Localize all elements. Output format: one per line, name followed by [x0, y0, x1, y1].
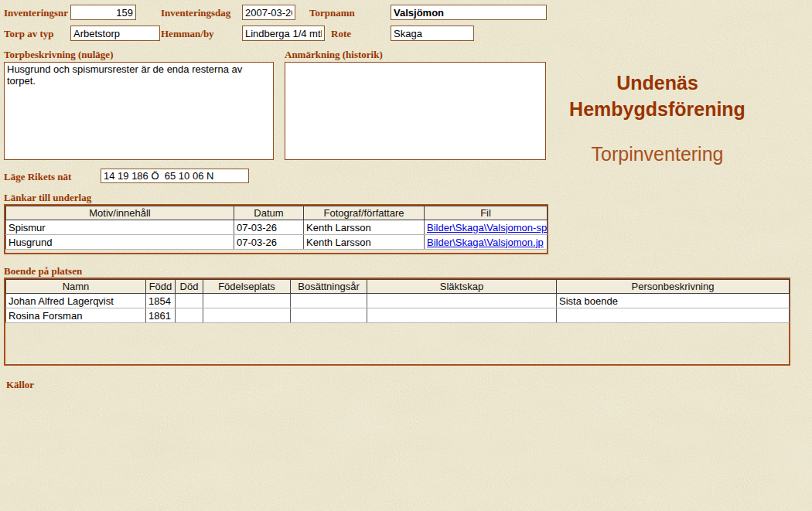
resident-fodelseplats-cell	[203, 294, 291, 308]
inventeringsdag-label: Inventeringsdag	[161, 7, 230, 19]
resident-dod-cell	[176, 308, 203, 323]
hemman-by-label: Hemman/by	[161, 28, 214, 40]
inventeringsdag-input[interactable]	[242, 5, 295, 20]
residents-header-personbeskrivning: Personbeskrivning	[557, 280, 790, 294]
resident-slaktskap-cell	[367, 308, 557, 323]
link-fil-cell: Bilder\Skaga\Valsjomon-sp	[425, 220, 548, 235]
residents-table-row: Rosina Forsman 1861	[6, 308, 790, 323]
residents-header-dod: Död	[176, 280, 203, 294]
link-datum-cell: 07-03-26	[234, 220, 304, 235]
resident-namn-cell: Johan Alfred Lagerqvist	[6, 294, 146, 308]
hemman-by-input[interactable]	[242, 26, 325, 41]
resident-personbeskrivning-cell: Sista boende	[557, 294, 790, 308]
links-header-motiv: Motiv/innehåll	[6, 206, 234, 220]
resident-fodelseplats-cell	[203, 308, 291, 323]
resident-slaktskap-cell	[367, 294, 557, 308]
lage-rikets-nat-input[interactable]	[101, 169, 249, 183]
rote-input[interactable]	[391, 26, 474, 41]
link-datum-cell: 07-03-26	[234, 235, 304, 250]
org-title: Undenäs Hembygdsförening	[535, 70, 780, 122]
resident-namn-cell: Rosina Forsman	[6, 308, 146, 323]
links-table-row: Husgrund 07-03-26 Kenth Larsson Bilder\S…	[6, 235, 548, 250]
residents-table: Namn Född Död Födelseplats Bosättningsår…	[5, 279, 790, 323]
link-fotograf-cell: Kenth Larsson	[304, 235, 425, 250]
links-section-label: Länkar till underlag	[4, 192, 91, 204]
residents-header-row: Namn Född Död Födelseplats Bosättningsår…	[6, 280, 790, 294]
link-fotograf-cell: Kenth Larsson	[304, 220, 425, 235]
anmarkning-textarea[interactable]	[285, 62, 546, 160]
rote-label: Rote	[331, 28, 351, 40]
inventeringsnr-input[interactable]	[70, 5, 136, 20]
resident-fodd-cell: 1861	[146, 308, 176, 323]
torpnamn-label: Torpnamn	[309, 7, 355, 19]
residents-section-label: Boende på platsen	[4, 265, 82, 278]
resident-bosattningsar-cell	[291, 308, 367, 323]
torpbeskrivning-label: Torpbeskrivning (nuläge)	[4, 49, 113, 61]
file-link[interactable]: Bilder\Skaga\Valsjomon.jp	[427, 237, 544, 248]
links-table-container: Motiv/innehåll Datum Fotograf/författare…	[4, 204, 548, 254]
links-header-fil: Fil	[425, 206, 548, 220]
torpbeskrivning-textarea[interactable]: Husgrund och spismursrester är de enda r…	[4, 62, 274, 160]
residents-header-bosattningsar: Bosättningsår	[291, 280, 367, 294]
torpnamn-input[interactable]	[391, 5, 547, 20]
page-subtitle: Torpinventering	[535, 143, 780, 165]
residents-header-slaktskap: Släktskap	[367, 280, 557, 294]
resident-fodd-cell: 1854	[146, 294, 176, 308]
torp-av-typ-input[interactable]	[70, 26, 160, 41]
anmarkning-label: Anmärkning (historik)	[285, 49, 383, 61]
torp-av-typ-label: Torp av typ	[4, 28, 54, 40]
residents-table-row: Johan Alfred Lagerqvist 1854 Sista boend…	[6, 294, 790, 308]
residents-header-fodelseplats: Födelseplats	[203, 280, 291, 294]
file-link[interactable]: Bilder\Skaga\Valsjomon-sp	[427, 222, 547, 233]
residents-table-container: Namn Född Död Födelseplats Bosättningsår…	[4, 278, 790, 366]
link-fil-cell: Bilder\Skaga\Valsjomon.jp	[425, 235, 548, 250]
sources-section-label: Källor	[6, 379, 34, 391]
lage-rikets-nat-label: Läge Rikets nät	[4, 171, 71, 183]
inventeringsnr-label: Inventeringsnr	[4, 7, 68, 19]
links-header-datum: Datum	[234, 206, 304, 220]
link-motiv-cell: Husgrund	[6, 235, 234, 250]
resident-dod-cell	[176, 294, 203, 308]
torpinventering-form-page: Inventeringsnr Inventeringsdag Torpnamn …	[0, 0, 812, 511]
residents-header-fodd: Född	[146, 280, 176, 294]
residents-header-namn: Namn	[6, 280, 146, 294]
link-motiv-cell: Spismur	[6, 220, 234, 235]
links-header-row: Motiv/innehåll Datum Fotograf/författare…	[6, 206, 548, 220]
links-table-row: Spismur 07-03-26 Kenth Larsson Bilder\Sk…	[6, 220, 548, 235]
links-table: Motiv/innehåll Datum Fotograf/författare…	[5, 206, 548, 250]
resident-personbeskrivning-cell	[557, 308, 790, 323]
links-header-fotograf: Fotograf/författare	[304, 206, 425, 220]
resident-bosattningsar-cell	[291, 294, 367, 308]
